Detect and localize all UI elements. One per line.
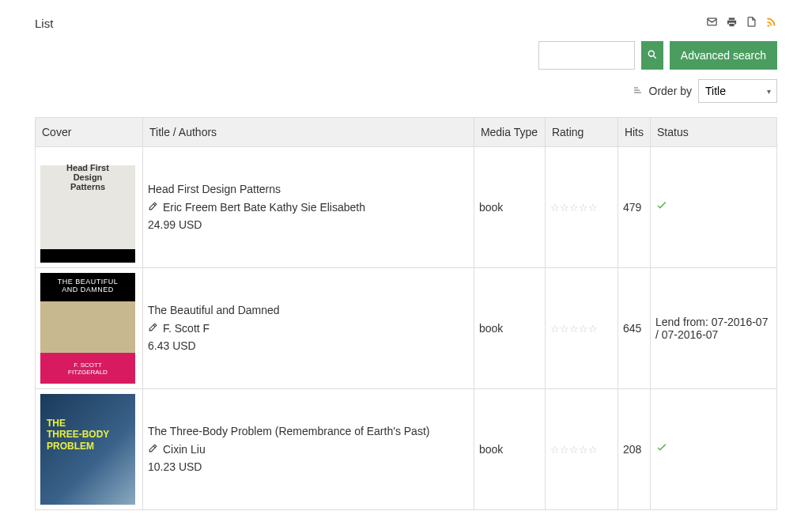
pdf-icon[interactable] (746, 16, 757, 30)
hits-count: 208 (617, 389, 650, 510)
media-type: book (474, 389, 545, 510)
orderby-select[interactable]: Title (698, 79, 777, 103)
rss-icon[interactable] (765, 16, 777, 30)
check-icon (655, 201, 668, 214)
export-icons (706, 16, 777, 30)
rating-stars[interactable]: ☆☆☆☆☆ (550, 202, 613, 214)
book-title[interactable]: The Three-Body Problem (Remembrance of E… (148, 422, 469, 440)
orderby-label: Order by (649, 85, 692, 97)
th-media: Media Type (474, 118, 545, 147)
page-title: List (35, 17, 53, 30)
table-header-row: Cover Title / Authors Media Type Rating … (36, 118, 777, 147)
edit-icon[interactable] (148, 441, 158, 458)
book-title[interactable]: The Beautiful and Damned (148, 301, 469, 319)
table-row: The Three-Body Problem (Remembrance of E… (36, 389, 777, 510)
hits-count: 645 (617, 268, 650, 389)
rating-stars[interactable]: ☆☆☆☆☆ (550, 323, 613, 335)
search-icon (647, 49, 658, 62)
book-price: 6.43 USD (148, 337, 469, 354)
cover-image[interactable] (40, 273, 135, 384)
edit-icon[interactable] (148, 320, 158, 337)
svg-point-1 (648, 51, 654, 56)
advanced-search-button[interactable]: Advanced search (670, 41, 777, 70)
hits-count: 479 (617, 147, 650, 268)
book-title[interactable]: Head First Design Patterns (148, 180, 469, 198)
book-price: 24.99 USD (148, 216, 469, 233)
status-cell (651, 389, 777, 510)
media-type: book (474, 268, 545, 389)
edit-icon[interactable] (148, 199, 158, 216)
print-icon[interactable] (726, 16, 738, 30)
book-price: 10.23 USD (148, 458, 469, 475)
table-row: Head First Design PatternsEric Freem Ber… (36, 147, 777, 268)
book-authors: F. Scott F (163, 320, 210, 337)
book-authors: Eric Freem Bert Bate Kathy Sie Elisabeth (163, 199, 365, 216)
status-text: Lend from: 07-2016-07 / 07-2016-07 (655, 316, 768, 341)
search-button[interactable] (641, 41, 663, 70)
check-icon (655, 443, 668, 456)
cover-image[interactable] (40, 152, 135, 263)
library-table: Cover Title / Authors Media Type Rating … (35, 117, 777, 510)
rating-stars[interactable]: ☆☆☆☆☆ (550, 444, 613, 456)
th-hits: Hits (617, 118, 650, 147)
th-status: Status (651, 118, 777, 147)
cover-image[interactable] (40, 394, 135, 505)
search-input[interactable] (538, 41, 635, 70)
book-authors: Cixin Liu (163, 441, 206, 458)
th-rating: Rating (545, 118, 617, 147)
sort-icon (632, 85, 643, 97)
status-cell: Lend from: 07-2016-07 / 07-2016-07 (651, 268, 777, 389)
table-row: The Beautiful and DamnedF. Scott F6.43 U… (36, 268, 777, 389)
media-type: book (474, 147, 545, 268)
mail-icon[interactable] (706, 16, 718, 30)
status-cell (651, 147, 777, 268)
th-title: Title / Authors (143, 118, 474, 147)
th-cover: Cover (36, 118, 143, 147)
